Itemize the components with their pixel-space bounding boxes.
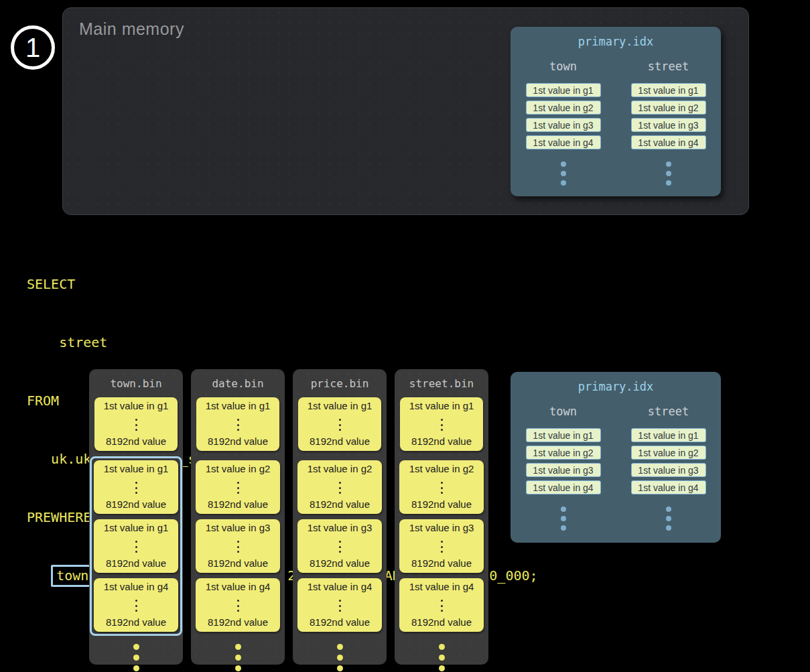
- ellipsis-dots-icon: [441, 538, 443, 553]
- bin-title: street.bin: [400, 377, 483, 390]
- ellipsis-dots-icon: [135, 416, 137, 431]
- index-mark-chip: 1st value in g1: [526, 428, 601, 442]
- ellipsis-dots-icon: [400, 639, 483, 671]
- column-header-street: street: [648, 405, 689, 418]
- ellipsis-dots-icon: [339, 479, 341, 494]
- column-file-street-bin: street.bin 1st value in g1 8192nd value …: [395, 369, 488, 665]
- granule-card: 1st value in g2 8192nd value: [297, 460, 382, 514]
- granule-last-value: 8192nd value: [106, 557, 166, 569]
- granule-card: 1st value in g3 8192nd value: [399, 519, 484, 573]
- granule-last-value: 8192nd value: [106, 435, 166, 447]
- granule-card: 1st value in g1 8192nd value: [94, 460, 178, 514]
- granule-first-value: 1st value in g4: [104, 581, 169, 592]
- index-mark-chip: 1st value in g4: [631, 480, 706, 494]
- sql-line: SELECT: [27, 275, 538, 294]
- granule-card: 1st value in g2 8192nd value: [196, 460, 280, 514]
- main-memory-title: Main memory: [79, 19, 184, 39]
- granule-card: 1st value in g1 8192nd value: [298, 397, 381, 451]
- granule-last-value: 8192nd value: [106, 498, 166, 510]
- granule-last-value: 8192nd value: [310, 498, 370, 510]
- ellipsis-dots-icon: [94, 639, 178, 671]
- granules-group: 1st value in g2 8192nd value 1st value i…: [192, 456, 284, 636]
- granule-card: 1st value in g4 8192nd value: [196, 578, 280, 632]
- primary-idx-title: primary.idx: [511, 380, 721, 393]
- granule-first-value: 1st value in g2: [308, 463, 373, 474]
- step-badge: 1: [11, 25, 55, 70]
- bin-title: town.bin: [94, 377, 178, 390]
- primary-idx-town-column: town 1st value in g1 1st value in g2 1st…: [511, 405, 616, 531]
- granules-group: 1st value in g2 8192nd value 1st value i…: [293, 456, 386, 636]
- ellipsis-dots-icon: [237, 416, 239, 431]
- column-header-town: town: [549, 405, 577, 418]
- index-mark-chip: 1st value in g3: [631, 463, 706, 477]
- ellipsis-dots-icon: [237, 538, 239, 553]
- granule-first-value: 1st value in g2: [206, 463, 271, 474]
- granule-last-value: 8192nd value: [208, 557, 268, 569]
- sql-indent: [27, 567, 51, 584]
- index-mark-chip: 1st value in g2: [526, 446, 601, 460]
- granule-first-value: 1st value in g4: [308, 581, 373, 592]
- column-header-town: town: [549, 60, 577, 73]
- ellipsis-dots-icon: [561, 157, 566, 186]
- ellipsis-dots-icon: [298, 639, 381, 671]
- granule-first-value: 1st value in g3: [308, 522, 373, 533]
- column-file-price-bin: price.bin 1st value in g1 8192nd value 1…: [293, 369, 387, 665]
- index-mark-chip: 1st value in g3: [631, 118, 706, 132]
- ellipsis-dots-icon: [135, 597, 137, 612]
- granule-card: 1st value in g1 8192nd value: [94, 397, 178, 451]
- granule-first-value: 1st value in g1: [308, 400, 373, 411]
- index-mark-chip: 1st value in g3: [526, 463, 601, 477]
- selected-granules-box: 1st value in g1 8192nd value 1st value i…: [90, 456, 182, 636]
- bin-title: price.bin: [298, 377, 381, 390]
- index-mark-chip: 1st value in g4: [526, 135, 601, 149]
- granule-first-value: 1st value in g3: [206, 522, 271, 533]
- primary-index-panel-top: primary.idx town 1st value in g1 1st val…: [511, 27, 721, 196]
- granule-last-value: 8192nd value: [310, 557, 370, 569]
- column-file-town-bin: town.bin 1st value in g1 8192nd value 1s…: [89, 369, 183, 665]
- granule-last-value: 8192nd value: [411, 557, 472, 569]
- granule-first-value: 1st value in g1: [104, 400, 169, 411]
- index-mark-chip: 1st value in g2: [631, 446, 706, 460]
- granule-last-value: 8192nd value: [411, 616, 472, 628]
- ellipsis-dots-icon: [339, 416, 341, 431]
- ellipsis-dots-icon: [135, 538, 137, 553]
- ellipsis-dots-icon: [666, 157, 671, 186]
- column-header-street: street: [648, 60, 689, 73]
- granule-card: 1st value in g4 8192nd value: [399, 578, 484, 632]
- granule-card: 1st value in g3 8192nd value: [196, 519, 280, 573]
- index-mark-chip: 1st value in g1: [631, 428, 706, 442]
- ellipsis-dots-icon: [441, 597, 443, 612]
- column-file-date-bin: date.bin 1st value in g1 8192nd value 1s…: [191, 369, 285, 665]
- index-mark-chip: 1st value in g1: [526, 83, 601, 97]
- ellipsis-dots-icon: [561, 502, 566, 531]
- ellipsis-dots-icon: [196, 639, 279, 671]
- granule-last-value: 8192nd value: [106, 616, 166, 628]
- granule-first-value: 1st value in g1: [206, 400, 271, 411]
- step-badge-label: 1: [25, 33, 40, 63]
- ellipsis-dots-icon: [666, 502, 671, 531]
- granule-last-value: 8192nd value: [310, 435, 370, 447]
- granule-last-value: 8192nd value: [208, 435, 268, 447]
- primary-idx-title: primary.idx: [511, 35, 721, 48]
- ellipsis-dots-icon: [339, 597, 341, 612]
- granule-first-value: 1st value in g4: [206, 581, 271, 592]
- granule-first-value: 1st value in g1: [104, 522, 169, 533]
- granule-card: 1st value in g1 8192nd value: [94, 519, 178, 573]
- ellipsis-dots-icon: [237, 479, 239, 494]
- granule-card: 1st value in g1 8192nd value: [400, 397, 483, 451]
- granule-first-value: 1st value in g2: [409, 463, 474, 474]
- granule-last-value: 8192nd value: [208, 498, 268, 510]
- granules-group: 1st value in g2 8192nd value 1st value i…: [395, 456, 488, 636]
- sql-line: street: [27, 333, 538, 352]
- index-mark-chip: 1st value in g1: [631, 83, 706, 97]
- granule-card: 1st value in g1 8192nd value: [196, 397, 279, 451]
- granule-first-value: 1st value in g1: [104, 463, 169, 474]
- bin-title: date.bin: [196, 377, 279, 390]
- primary-idx-columns: town 1st value in g1 1st value in g2 1st…: [511, 60, 721, 186]
- ellipsis-dots-icon: [135, 479, 137, 494]
- granule-card: 1st value in g3 8192nd value: [297, 519, 382, 573]
- primary-idx-street-column: street 1st value in g1 1st value in g2 1…: [616, 60, 721, 186]
- index-mark-chip: 1st value in g4: [526, 480, 601, 494]
- primary-idx-columns: town 1st value in g1 1st value in g2 1st…: [511, 405, 721, 531]
- ellipsis-dots-icon: [441, 416, 443, 431]
